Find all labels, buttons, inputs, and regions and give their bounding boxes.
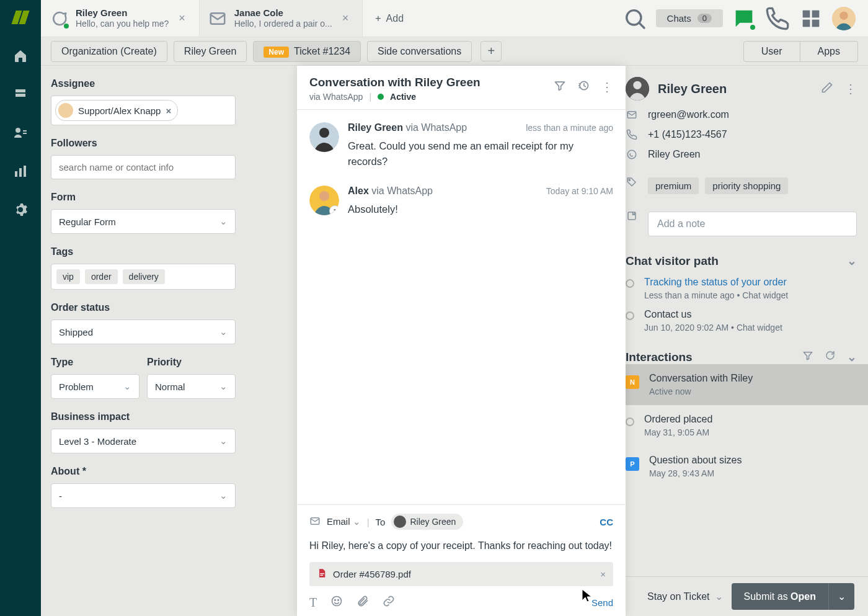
apps-grid-icon[interactable] <box>799 6 823 31</box>
tag-chip[interactable]: order <box>85 269 118 284</box>
priority-select[interactable]: Normal⌄ <box>147 374 236 399</box>
chevron-down-icon[interactable]: ⌄ <box>847 254 857 268</box>
tab-riley[interactable]: Riley Green Hello, can you help me? × <box>41 0 200 37</box>
interaction-item[interactable]: P Question about sizesMay 28, 9:43 AM <box>614 446 868 487</box>
interaction-title: Conversation with Riley <box>649 373 753 384</box>
edit-icon[interactable] <box>821 81 833 96</box>
visitor-path-item[interactable]: Tracking the status of your orderLess th… <box>626 277 857 300</box>
attachment-icon[interactable] <box>356 595 369 610</box>
form-select[interactable]: Regular Form⌄ <box>51 209 236 234</box>
avatar[interactable] <box>832 7 856 30</box>
apps-tab[interactable]: Apps <box>800 41 858 62</box>
submit-button[interactable]: Submit as Open ⌄ <box>732 583 854 610</box>
followers-input[interactable] <box>51 155 236 179</box>
order-status-select[interactable]: Shipped⌄ <box>51 319 236 344</box>
chevron-down-icon: ⌄ <box>353 516 361 527</box>
tag-chip[interactable]: vip <box>56 269 80 284</box>
svg-point-31 <box>332 597 342 606</box>
interaction-title: Ordered placed <box>644 414 712 425</box>
chats-label: Chats <box>667 13 691 24</box>
user-tag[interactable]: priority shopping <box>705 177 788 194</box>
user-email[interactable]: rgreen@work.com <box>648 109 729 120</box>
active-dot-icon <box>378 94 384 100</box>
emoji-icon[interactable] <box>330 595 343 610</box>
order-status-label: Order status <box>51 302 236 313</box>
svg-point-2 <box>16 128 20 133</box>
chevron-down-icon: ⌄ <box>838 591 846 602</box>
svg-rect-6 <box>19 168 22 177</box>
business-impact-select[interactable]: Level 3 - Moderate⌄ <box>51 429 236 453</box>
visitor-title[interactable]: Tracking the status of your order <box>644 277 788 288</box>
svg-rect-5 <box>15 171 17 177</box>
close-icon[interactable]: × <box>340 12 352 25</box>
side-conversations-button[interactable]: Side conversations <box>367 41 472 62</box>
add-tab-button[interactable]: + Add <box>363 0 416 37</box>
channel-select[interactable]: Email ⌄ <box>327 516 361 527</box>
attachment-chip[interactable]: Order #456789.pdf × <box>309 562 613 586</box>
user-tag[interactable]: premium <box>648 177 699 194</box>
close-icon[interactable]: × <box>176 12 188 25</box>
note-input[interactable]: Add a note <box>648 212 857 236</box>
phone-icon[interactable] <box>765 6 790 31</box>
views-icon[interactable] <box>12 86 29 103</box>
tags-field[interactable]: vip order delivery <box>51 264 236 290</box>
home-icon[interactable] <box>12 47 29 65</box>
timeline-dot <box>626 417 634 426</box>
stay-on-ticket-button[interactable]: Stay on Ticket ⌄ <box>647 591 723 602</box>
org-crumb[interactable]: Organization (Create) <box>51 41 167 62</box>
svg-rect-10 <box>803 10 810 17</box>
send-button[interactable]: Send <box>591 597 613 608</box>
about-label: About * <box>51 466 236 477</box>
search-icon[interactable] <box>622 6 647 31</box>
logo-icon[interactable] <box>12 9 29 26</box>
form-label: Form <box>51 192 236 203</box>
assignee-pill[interactable]: Support/Alex Knapp × <box>55 100 178 121</box>
to-chip[interactable]: Riley Green <box>391 514 463 530</box>
reports-icon[interactable] <box>12 163 29 180</box>
user-tab[interactable]: User <box>743 41 800 62</box>
tag-chip[interactable]: delivery <box>123 269 165 284</box>
interaction-item[interactable]: N Conversation with RileyActive now <box>614 364 868 405</box>
about-select[interactable]: -⌄ <box>51 483 236 508</box>
svg-rect-30 <box>320 575 323 576</box>
left-rail <box>0 0 41 616</box>
user-phone[interactable]: +1 (415)123-4567 <box>648 129 727 140</box>
chevron-down-icon[interactable]: ⌄ <box>847 350 857 364</box>
svg-point-27 <box>334 208 335 210</box>
customers-icon[interactable] <box>12 124 29 141</box>
envelope-icon <box>208 9 227 28</box>
link-icon[interactable] <box>383 595 395 610</box>
add-side-conversation-button[interactable]: + <box>480 41 502 61</box>
compose-body[interactable]: Hi Riley, here's a copy of your receipt.… <box>309 538 613 553</box>
conversation-via: via WhatsApp <box>309 92 363 102</box>
cc-button[interactable]: CC <box>600 517 613 527</box>
refresh-icon[interactable] <box>825 350 836 364</box>
interaction-item[interactable]: Ordered placedMay 31, 9:05 AM <box>614 405 868 446</box>
type-select[interactable]: Problem⌄ <box>51 374 140 399</box>
remove-icon[interactable]: × <box>166 105 171 116</box>
status-badge: P <box>626 457 639 471</box>
text-format-icon[interactable]: T <box>309 596 317 610</box>
submit-dropdown[interactable]: ⌄ <box>828 583 854 610</box>
filter-icon[interactable] <box>554 79 566 94</box>
remove-attachment-icon[interactable]: × <box>600 569 606 579</box>
interaction-sub: May 31, 9:05 AM <box>644 427 712 437</box>
phone-icon <box>626 129 638 140</box>
type-label: Type <box>51 357 140 368</box>
chat-icon[interactable] <box>732 6 756 31</box>
filter-icon[interactable] <box>802 350 813 364</box>
ticket-crumb[interactable]: NewTicket #1234 <box>253 41 361 62</box>
chats-pill[interactable]: Chats 0 <box>656 9 723 27</box>
visitor-path-item[interactable]: Contact usJun 10, 2020 9:02 AM • Chat wi… <box>626 309 857 333</box>
requester-crumb[interactable]: Riley Green <box>174 41 247 62</box>
message-text: Great. Could you send me an email receip… <box>348 138 613 169</box>
history-icon[interactable] <box>577 79 590 94</box>
user-name: Riley Green <box>658 82 812 96</box>
tab-janae[interactable]: Janae Cole Hello, I ordered a pair o... … <box>200 0 363 37</box>
settings-icon[interactable] <box>12 201 29 218</box>
breadcrumb-row: Organization (Create) Riley Green NewTic… <box>41 37 868 66</box>
more-icon[interactable]: ⋮ <box>601 79 613 94</box>
user-whatsapp[interactable]: Riley Green <box>648 149 700 160</box>
more-icon[interactable]: ⋮ <box>844 81 857 96</box>
conversation-panel: Conversation with Riley Green via WhatsA… <box>297 66 626 616</box>
